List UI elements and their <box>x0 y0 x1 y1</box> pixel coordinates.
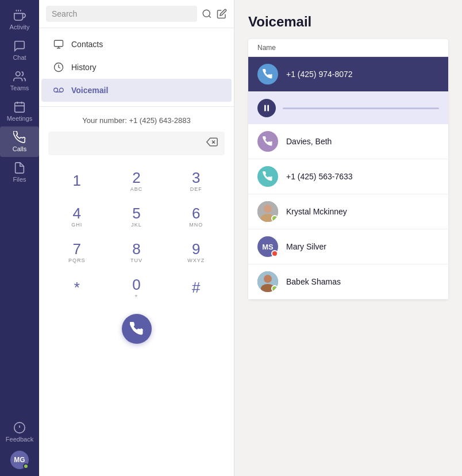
history-icon <box>53 62 64 73</box>
contacts-icon <box>53 39 64 50</box>
contact-name: Davies, Beth <box>286 137 332 146</box>
sidebar-item-files[interactable]: Files <box>0 157 39 187</box>
table-row[interactable]: +1 (425) 563-7633 <box>248 159 448 194</box>
table-row[interactable]: Krystal Mckinney <box>248 194 448 229</box>
sidebar-item-chat[interactable]: Chat <box>0 35 39 66</box>
table-header: Name <box>248 39 448 57</box>
dial-key-6[interactable]: 6MNO <box>167 200 225 233</box>
status-indicator <box>271 285 278 292</box>
call-button-row <box>122 314 152 344</box>
svg-point-12 <box>54 88 58 92</box>
backspace-button[interactable] <box>206 136 218 151</box>
status-indicator <box>271 250 278 257</box>
contact-name: +1 (425) 563-7633 <box>286 172 353 181</box>
dial-key-hash[interactable]: # <box>167 271 225 305</box>
your-number: Your number: +1 (425) 643-2883 <box>82 116 191 125</box>
pause-button[interactable] <box>257 99 276 117</box>
dial-key-3[interactable]: 3DEF <box>167 164 225 198</box>
user-avatar[interactable]: MG <box>10 451 29 469</box>
dial-input[interactable] <box>55 139 206 149</box>
table-row[interactable]: Davies, Beth <box>248 124 448 159</box>
sidebar-bottom: Feedback MG <box>3 417 36 476</box>
dialpad: 1 2ABC 3DEF 4GHI 5JKL 6MNO 7PQRS 8TUV 9W… <box>48 164 225 305</box>
contact-name: Babek Shamas <box>286 277 341 286</box>
svg-rect-10 <box>55 40 63 47</box>
dial-key-4[interactable]: 4GHI <box>48 200 106 233</box>
table-row[interactable]: +1 (425) 974-8072 <box>248 57 448 92</box>
meetings-icon <box>13 101 26 113</box>
sidebar-item-teams[interactable]: Teams <box>0 66 39 96</box>
dial-key-7[interactable]: 7PQRS <box>48 236 106 269</box>
call-button[interactable] <box>122 314 152 344</box>
voicemail-table: Name +1 (425) 974-8072 <box>248 39 448 300</box>
avatar: MS <box>257 236 278 257</box>
avatar <box>257 166 278 187</box>
compose-icon[interactable] <box>217 9 227 19</box>
activity-icon <box>13 9 26 22</box>
table-row[interactable]: Babek Shamas <box>248 264 448 300</box>
feedback-icon <box>13 421 26 434</box>
sidebar-item-calls[interactable]: Calls <box>0 126 39 157</box>
dial-key-star[interactable]: * <box>48 271 106 305</box>
files-icon <box>13 162 26 174</box>
svg-line-9 <box>209 16 210 17</box>
search-icon <box>202 9 212 19</box>
table-row[interactable]: MS Mary Silver <box>248 229 448 264</box>
pause-icon <box>262 103 271 113</box>
voicemail-icon <box>53 85 64 96</box>
svg-rect-1 <box>15 103 25 113</box>
voicemail-title: Voicemail <box>248 14 448 30</box>
svg-point-0 <box>16 72 20 76</box>
dialpad-section: Your number: +1 (425) 643-2883 1 2ABC 3D… <box>39 107 234 476</box>
dial-key-0[interactable]: 0+ <box>108 271 165 305</box>
svg-rect-15 <box>264 105 266 112</box>
dial-key-9[interactable]: 9WXYZ <box>167 236 225 269</box>
contact-name: Krystal Mckinney <box>286 207 347 216</box>
left-panel: Contacts History Voicemail Your <box>39 0 234 476</box>
progress-bar[interactable] <box>283 108 439 109</box>
avatar <box>257 201 278 222</box>
nav-list: Contacts History Voicemail <box>39 28 234 107</box>
right-panel: Voicemail Name +1 (425) 974-8072 <box>234 0 462 476</box>
svg-point-21 <box>264 275 272 283</box>
sidebar-item-feedback[interactable]: Feedback <box>3 417 36 447</box>
dial-key-5[interactable]: 5JKL <box>108 200 165 233</box>
search-bar <box>39 0 234 28</box>
calls-icon <box>13 131 26 144</box>
voicemail-contact-name: +1 (425) 974-8072 <box>286 70 353 79</box>
nav-item-contacts[interactable]: Contacts <box>41 33 232 56</box>
dial-key-2[interactable]: 2ABC <box>108 164 165 198</box>
svg-point-13 <box>60 88 64 92</box>
dial-input-row <box>48 132 225 155</box>
nav-item-voicemail[interactable]: Voicemail <box>41 79 232 102</box>
nav-item-history[interactable]: History <box>41 56 232 79</box>
playing-row <box>248 92 448 124</box>
sidebar-item-activity[interactable]: Activity <box>0 5 39 35</box>
sidebar: Activity Chat Teams Meetings Calls Files <box>0 0 39 476</box>
dial-key-1[interactable]: 1 <box>48 164 106 198</box>
dial-key-8[interactable]: 8TUV <box>108 236 165 269</box>
chat-icon <box>13 40 26 52</box>
avatar <box>257 64 278 85</box>
contact-name: Mary Silver <box>286 242 326 251</box>
teams-icon <box>13 70 26 83</box>
avatar <box>257 131 278 152</box>
search-input[interactable] <box>46 6 197 22</box>
user-status-dot <box>23 463 29 469</box>
status-indicator <box>271 215 278 222</box>
svg-point-8 <box>203 10 210 17</box>
phone-icon <box>130 322 144 336</box>
svg-rect-16 <box>267 105 269 112</box>
sidebar-item-meetings[interactable]: Meetings <box>0 96 39 126</box>
svg-point-18 <box>264 205 272 213</box>
avatar <box>257 271 278 292</box>
